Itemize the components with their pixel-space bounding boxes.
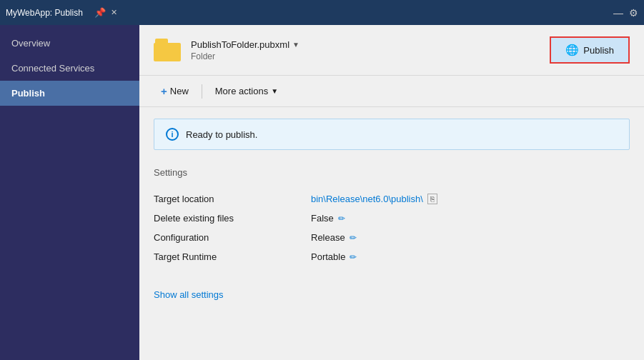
- edit-configuration-icon[interactable]: ✏: [350, 233, 357, 243]
- settings-label-target-location: Target location: [154, 194, 311, 204]
- settings-label-configuration: Configuration: [154, 232, 311, 243]
- toolbar: + New More actions ▼: [139, 76, 644, 107]
- profile-name: PublishToFolder.pubxml: [191, 39, 289, 50]
- title-bar-right: — ⚙: [613, 0, 638, 25]
- settings-row-target-runtime: Target Runtime Portable ✏: [154, 247, 630, 266]
- copy-icon[interactable]: ⎘: [427, 194, 437, 204]
- folder-icon: [154, 39, 182, 61]
- sidebar-item-connected-services[interactable]: Connected Services: [0, 56, 139, 81]
- more-actions-button[interactable]: More actions ▼: [208, 82, 285, 100]
- settings-label-target-runtime: Target Runtime: [154, 251, 311, 262]
- main-container: Overview Connected Services Publish Publ…: [0, 25, 644, 360]
- content-area: PublishToFolder.pubxml ▼ Folder 🌐 Publis…: [139, 25, 644, 360]
- sidebar-item-publish[interactable]: Publish: [0, 81, 139, 106]
- pin-button[interactable]: 📌: [94, 7, 106, 19]
- more-actions-dropdown-icon: ▼: [271, 87, 278, 95]
- new-button[interactable]: + New: [154, 81, 196, 101]
- settings-button[interactable]: ⚙: [629, 7, 638, 19]
- title-bar-controls: 📌 ✕: [94, 7, 120, 19]
- settings-row-target-location: Target location bin\Release\net6.0\publi…: [154, 189, 630, 209]
- settings-value-configuration: Release ✏: [311, 232, 357, 243]
- globe-icon: 🌐: [565, 44, 579, 56]
- sidebar-item-overview[interactable]: Overview: [0, 31, 139, 56]
- settings-section: Settings Target location bin\Release\net…: [139, 161, 644, 300]
- title-bar-text: MyWebApp: Publish: [6, 8, 83, 18]
- settings-row-configuration: Configuration Release ✏: [154, 228, 630, 247]
- settings-value-target-location: bin\Release\net6.0\publish\ ⎘: [311, 194, 437, 204]
- sidebar: Overview Connected Services Publish: [0, 25, 139, 360]
- profile-sub: Folder: [191, 51, 299, 61]
- plus-icon: +: [161, 85, 167, 97]
- edit-delete-existing-icon[interactable]: ✏: [338, 214, 345, 224]
- content-header: PublishToFolder.pubxml ▼ Folder 🌐 Publis…: [139, 25, 644, 76]
- folder-body: [154, 43, 181, 61]
- target-location-value: bin\Release\net6.0\publish\: [311, 194, 423, 204]
- minimize-button[interactable]: —: [613, 7, 623, 19]
- show-all-settings-link[interactable]: Show all settings: [154, 289, 224, 300]
- publish-button[interactable]: 🌐 Publish: [550, 36, 630, 64]
- title-bar: MyWebApp: Publish 📌 ✕ — ⚙: [0, 0, 644, 25]
- settings-value-delete-existing: False ✏: [311, 213, 345, 224]
- toolbar-divider: [202, 84, 202, 99]
- info-message: Ready to publish.: [186, 129, 257, 140]
- info-icon: i: [166, 128, 179, 141]
- settings-label-delete-existing: Delete existing files: [154, 213, 311, 224]
- show-settings-container: Show all settings: [154, 278, 630, 300]
- edit-target-runtime-icon[interactable]: ✏: [350, 252, 357, 262]
- close-tab-button[interactable]: ✕: [109, 7, 120, 19]
- profile-dropdown-icon[interactable]: ▼: [292, 41, 299, 49]
- settings-row-delete-existing: Delete existing files False ✏: [154, 209, 630, 228]
- settings-value-target-runtime: Portable ✏: [311, 251, 357, 262]
- settings-title: Settings: [154, 167, 630, 178]
- profile-details: PublishToFolder.pubxml ▼ Folder: [191, 39, 299, 61]
- info-box: i Ready to publish.: [154, 119, 630, 150]
- profile-info: PublishToFolder.pubxml ▼ Folder: [154, 39, 299, 61]
